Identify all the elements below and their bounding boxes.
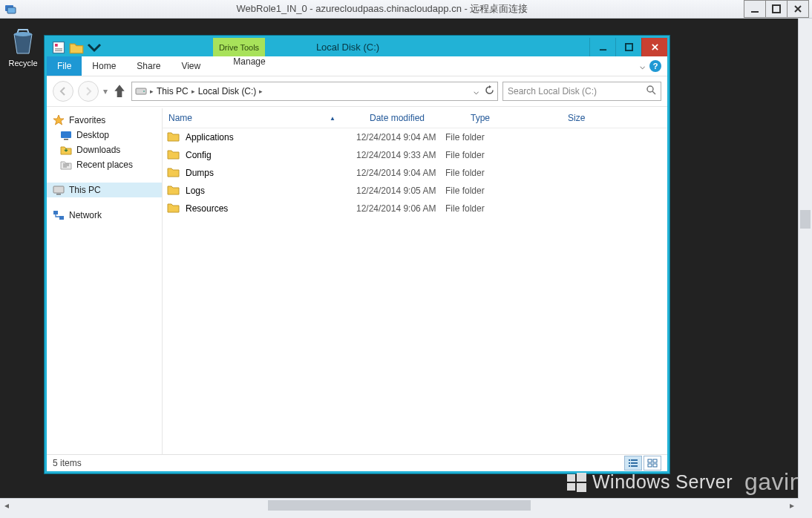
crumb-drive[interactable]: Local Disk (C:) (198, 86, 257, 96)
scrollbar-thumb[interactable] (268, 500, 531, 511)
sidebar-item-downloads[interactable]: Downloads (47, 142, 162, 157)
nav-back-button[interactable] (53, 81, 73, 102)
rdp-title: WebRole1_IN_0 - azurecloudpaas.chinaclou… (21, 2, 744, 16)
svg-rect-21 (629, 459, 630, 461)
nav-forward-button[interactable] (78, 81, 99, 102)
folder-icon (167, 130, 186, 145)
host-resize-corner (799, 499, 812, 512)
column-headers: Name▲ Date modified Type Size (163, 108, 667, 128)
recycle-bin-label: Recycle (6, 59, 40, 68)
svg-rect-8 (55, 50, 62, 50)
svg-rect-32 (577, 473, 586, 482)
tab-manage[interactable]: Manage (213, 56, 286, 67)
ribbon-expand-caret-icon[interactable]: ⌵ (640, 61, 645, 71)
file-date: 12/24/2014 9:04 AM (356, 168, 445, 178)
svg-point-4 (14, 32, 32, 36)
sidebar-item-thispc[interactable]: This PC (47, 183, 162, 197)
svg-rect-3 (773, 5, 780, 13)
svg-rect-23 (629, 465, 630, 467)
ribbon-tabs: File Home Share View Manage ⌵ ? (47, 56, 667, 76)
tab-file[interactable]: File (47, 56, 82, 76)
remote-desktop: Recycle Drive Tools Local Disk (C:) (0, 18, 812, 499)
file-date: 12/24/2014 9:04 AM (356, 132, 445, 142)
address-row: ▾ ▸This PC ▸Local Disk (C:) ▸ ⌵ Search L… (47, 76, 667, 107)
explorer-minimize-button[interactable] (589, 38, 615, 56)
address-dropdown-caret-icon[interactable]: ⌵ (474, 86, 479, 96)
svg-rect-31 (567, 474, 575, 482)
search-icon (646, 85, 656, 97)
column-date[interactable]: Date modified (364, 108, 465, 128)
explorer-maximize-button[interactable] (615, 38, 641, 56)
sidebar-item-network[interactable]: Network (47, 208, 162, 223)
file-type: File folder (445, 186, 531, 196)
svg-rect-2 (751, 11, 759, 13)
host-horizontal-scrollbar[interactable]: ◂ ▸ (0, 498, 799, 512)
scrollbar-thumb[interactable] (800, 210, 811, 229)
sidebar-item-desktop[interactable]: Desktop (47, 128, 162, 142)
tab-share[interactable]: Share (126, 56, 171, 76)
file-row[interactable]: Applications12/24/2014 9:04 AMFile folde… (163, 128, 667, 146)
column-type[interactable]: Type (465, 108, 562, 128)
crumb-thispc[interactable]: This PC (157, 86, 189, 96)
file-row[interactable]: Dumps12/24/2014 9:04 AMFile folder (163, 164, 667, 182)
svg-rect-29 (648, 464, 652, 467)
scrollbar-track[interactable] (13, 499, 785, 512)
refresh-icon[interactable] (485, 85, 494, 97)
file-row[interactable]: Config12/24/2014 9:33 AMFile folder (163, 146, 667, 164)
folder-icon (167, 183, 186, 198)
explorer-close-button[interactable] (641, 38, 667, 56)
recycle-bin-icon[interactable]: Recycle (6, 27, 40, 68)
file-row[interactable]: Resources12/24/2014 9:06 AMFile folder (163, 200, 667, 217)
crumb-sep-icon[interactable]: ▸ (150, 88, 154, 95)
nav-up-button[interactable] (112, 82, 127, 100)
file-name: Config (186, 150, 212, 160)
crumb-sep-icon[interactable]: ▸ (191, 88, 195, 95)
rdp-minimize-button[interactable] (744, 0, 766, 18)
address-drive-icon (135, 85, 147, 99)
explorer-titlebar[interactable]: Drive Tools Local Disk (C:) (47, 38, 667, 56)
status-text: 5 items (53, 458, 82, 468)
rdp-close-button[interactable] (787, 0, 809, 18)
svg-rect-7 (55, 48, 62, 49)
drive-tools-tab-header: Drive Tools (213, 38, 265, 56)
file-name: Resources (186, 203, 228, 214)
column-size[interactable]: Size (562, 108, 633, 128)
watermark-author: gavin (744, 468, 803, 496)
folder-icon (167, 148, 186, 163)
file-list: Name▲ Date modified Type Size Applicatio… (163, 108, 667, 455)
file-date: 12/24/2014 9:05 AM (356, 186, 445, 196)
search-input[interactable]: Search Local Disk (C:) (502, 82, 661, 101)
svg-rect-18 (56, 194, 61, 195)
sort-asc-icon: ▲ (330, 115, 335, 122)
file-type: File folder (445, 150, 531, 160)
qat-caret-icon[interactable] (87, 40, 102, 55)
column-name[interactable]: Name▲ (163, 108, 364, 128)
address-bar[interactable]: ▸This PC ▸Local Disk (C:) ▸ ⌵ (131, 82, 498, 101)
crumb-sep-icon[interactable]: ▸ (259, 88, 263, 95)
explorer-title: Local Disk (C:) (106, 38, 589, 56)
scroll-left-button[interactable]: ◂ (0, 499, 13, 512)
svg-rect-1 (7, 7, 16, 13)
file-date: 12/24/2014 9:33 AM (356, 150, 445, 160)
svg-line-14 (652, 91, 655, 94)
sidebar-item-recent[interactable]: Recent places (47, 157, 162, 172)
file-row[interactable]: Logs12/24/2014 9:05 AMFile folder (163, 182, 667, 200)
svg-rect-28 (653, 459, 657, 462)
svg-rect-30 (653, 464, 657, 467)
tab-home[interactable]: Home (82, 56, 126, 76)
file-type: File folder (445, 203, 531, 214)
watermark: Windows Server gavin (567, 468, 803, 496)
tab-view[interactable]: View (171, 56, 211, 76)
explorer-window: Drive Tools Local Disk (C:) File Home Sh… (45, 36, 669, 473)
windows-logo-icon (567, 473, 586, 492)
sidebar-favorites-header[interactable]: Favorites (47, 113, 162, 128)
svg-point-13 (647, 86, 653, 92)
qat-newfolder-icon[interactable] (69, 40, 84, 55)
scroll-right-button[interactable]: ▸ (785, 499, 799, 512)
help-icon[interactable]: ? (649, 60, 661, 72)
rdp-maximize-button[interactable] (765, 0, 788, 18)
qat-properties-icon[interactable] (51, 40, 66, 55)
host-vertical-scrollbar[interactable] (798, 18, 812, 499)
nav-history-caret-icon[interactable]: ▾ (103, 86, 108, 96)
file-date: 12/24/2014 9:06 AM (356, 203, 445, 214)
